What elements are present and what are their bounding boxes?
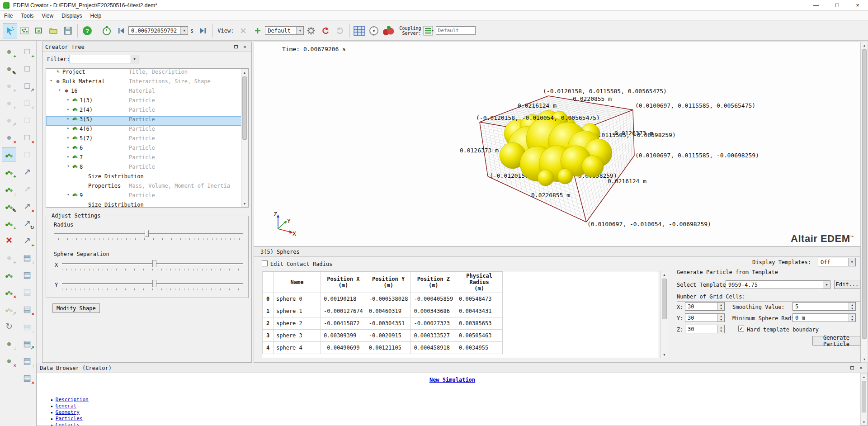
menu-tools[interactable]: Tools <box>17 11 38 20</box>
stopwatch-button[interactable] <box>99 23 114 38</box>
table-cell[interactable]: 0.00548473 <box>456 293 503 305</box>
save-mesh-icon[interactable]: ▤ <box>20 268 34 281</box>
menu-displays[interactable]: Displays <box>57 11 86 20</box>
spinner-arrows-icon[interactable]: ▲▼ <box>717 314 724 322</box>
maximize-button[interactable] <box>826 0 847 10</box>
export-mesh-icon[interactable]: ▤↗ <box>20 336 34 350</box>
browser-scrollbar[interactable]: ▲ ▼ <box>860 373 868 426</box>
tree-row[interactable]: ▸●1(3)Particle <box>46 97 248 107</box>
table-cell[interactable]: -0.00027323 <box>411 317 456 330</box>
geometry-display-button[interactable] <box>32 23 46 38</box>
scroll-up-icon[interactable]: ▲ <box>243 69 246 76</box>
tree-expander-icon[interactable]: ▸ <box>65 116 71 121</box>
slider-thumb[interactable] <box>145 230 149 237</box>
tree-row[interactable]: ▸●5(7)Particle <box>46 135 248 145</box>
table-cell[interactable]: 0.000458918 <box>411 342 456 354</box>
browser-link-contacts[interactable]: Contacts <box>56 422 80 426</box>
spinner-arrows-icon[interactable]: ▲▼ <box>717 325 724 333</box>
tree-expander-icon[interactable]: ▸ <box>65 154 71 159</box>
grid-z-spinner[interactable]: 30 ▲▼ <box>685 325 725 333</box>
table-cell[interactable]: 0.0034955 <box>456 342 503 354</box>
scrollbar-thumb[interactable] <box>862 381 866 412</box>
export-sphere-icon[interactable]: ●↗ <box>2 113 16 127</box>
position-y-column-header[interactable]: Position Y(m) <box>366 272 411 293</box>
browser-link-description[interactable]: Description <box>56 397 89 402</box>
tree-expander-icon[interactable]: ▾ <box>65 192 71 197</box>
mesh-options-icon[interactable]: ▤ <box>20 285 34 298</box>
tree-expander-icon[interactable]: ▾ <box>48 78 54 83</box>
float-panel-button[interactable] <box>848 364 856 371</box>
menu-file[interactable]: File <box>0 11 17 20</box>
float-panel-button[interactable] <box>232 43 240 50</box>
separation-y-slider[interactable] <box>62 279 243 291</box>
edit-geometry-icon[interactable]: □ <box>20 62 34 75</box>
table-cell[interactable]: -0.000127674 <box>321 305 366 317</box>
tree-row[interactable]: ▸●7Particle <box>46 154 248 164</box>
delete-multisphere-icon[interactable]: ●× <box>2 285 16 298</box>
row-index-cell[interactable]: 3 <box>263 330 274 342</box>
rotate-geometry-icon[interactable]: ↗↻ <box>20 216 34 230</box>
table-cell[interactable]: 0.00505463 <box>456 330 503 342</box>
tree-expander-icon[interactable]: ▾ <box>57 88 63 92</box>
table-cell[interactable]: 0.000333527 <box>411 330 456 342</box>
tree-expander-icon[interactable]: ▸ <box>65 126 71 130</box>
remove-view-button[interactable] <box>236 23 250 38</box>
table-cell[interactable]: -0.000538028 <box>366 293 411 305</box>
center-view-button[interactable] <box>367 23 381 38</box>
generate-particle-button[interactable]: Generate Particle <box>812 336 860 346</box>
tree-expander-icon[interactable]: ▸ <box>65 107 71 111</box>
table-cell[interactable]: -0.00304351 <box>366 317 411 330</box>
import-mesh-2-icon[interactable]: ▤↓ <box>20 319 34 333</box>
table-cell[interactable]: 0.00460319 <box>366 305 411 317</box>
scrollbar-thumb[interactable] <box>242 76 247 140</box>
table-cell[interactable]: 0.00443431 <box>456 305 503 317</box>
copy-geometry-icon[interactable]: □+ <box>20 96 34 109</box>
view-preset-select[interactable]: Default ▼ <box>265 26 304 35</box>
position-z-column-header[interactable]: Position Z(m) <box>411 272 456 293</box>
edit-contact-radius-checkbox[interactable] <box>262 260 268 266</box>
select-template-select[interactable]: 9959-4.75 ▼ <box>726 280 830 289</box>
scale-geometry-icon[interactable]: ↗+ <box>20 233 34 247</box>
lock-geometry-icon[interactable]: □ <box>20 113 34 127</box>
tree-row[interactable]: ▾●9Particle <box>46 192 248 202</box>
move-geometry-icon[interactable]: ↗ <box>20 165 34 178</box>
browser-link-particles[interactable]: Particles <box>56 416 83 421</box>
import-mesh-icon[interactable]: ▤↓ <box>20 251 34 264</box>
sphere-row[interactable]: 4sphere 4-0.004906990.001211050.00045891… <box>263 342 503 354</box>
add-sphere-icon[interactable]: ●+ <box>2 79 16 92</box>
tree-row[interactable]: ▾●16Material <box>46 88 248 97</box>
slider-thumb[interactable] <box>152 280 156 287</box>
filter-select[interactable]: ▼ <box>70 55 138 63</box>
menu-view[interactable]: View <box>38 11 57 20</box>
grid-display-button[interactable] <box>352 23 367 38</box>
view-settings-button[interactable] <box>304 23 318 38</box>
physical-radius-column-header[interactable]: Physical Radius(m) <box>456 272 503 293</box>
scrollbar-thumb[interactable] <box>662 279 667 319</box>
multisphere-icon[interactable]: ● <box>2 268 16 281</box>
scroll-down-icon[interactable]: ▼ <box>863 419 866 425</box>
hard-boundary-checkbox[interactable]: ✓ <box>738 326 744 331</box>
add-view-button[interactable] <box>250 23 265 38</box>
particle-display-button[interactable] <box>17 23 32 38</box>
add-particle-icon[interactable]: ●+ <box>2 44 16 58</box>
table-cell[interactable]: -0.000405859 <box>411 293 456 305</box>
min-sphere-radius-spinner[interactable]: 0 m ▲▼ <box>793 313 856 322</box>
refresh-particle-icon[interactable]: ↻ <box>2 319 16 333</box>
separation-x-slider[interactable] <box>62 259 243 271</box>
table-cell[interactable]: 0.00309399 <box>321 330 366 342</box>
spinner-arrows-icon[interactable]: ▲▼ <box>849 314 855 322</box>
scroll-down-icon[interactable]: ▼ <box>663 351 666 358</box>
add-multisphere-icon[interactable]: ●+ <box>2 251 16 264</box>
edit-template-button[interactable]: Edit... <box>834 280 860 289</box>
tree-row[interactable]: ✎ProjectTitle, Description <box>46 69 248 78</box>
copy-sphere-icon[interactable]: ●+ <box>2 96 16 109</box>
row-index-cell[interactable]: 1 <box>263 305 274 317</box>
skip-to-end-button[interactable] <box>196 23 210 38</box>
tree-row[interactable]: ▾●8Particle <box>46 164 248 173</box>
delete-motion-icon[interactable]: ↗× <box>20 199 34 213</box>
smoothing-spinner[interactable]: 5 ▲▼ <box>793 302 856 311</box>
scrollbar-thumb[interactable] <box>862 49 867 339</box>
tree-row[interactable]: ▸●3(5)Particle <box>46 116 248 126</box>
delete-geometry-icon[interactable]: □× <box>20 130 34 144</box>
sphere-row[interactable]: 1sphere 1-0.0001276740.004603190.0003436… <box>263 305 503 317</box>
